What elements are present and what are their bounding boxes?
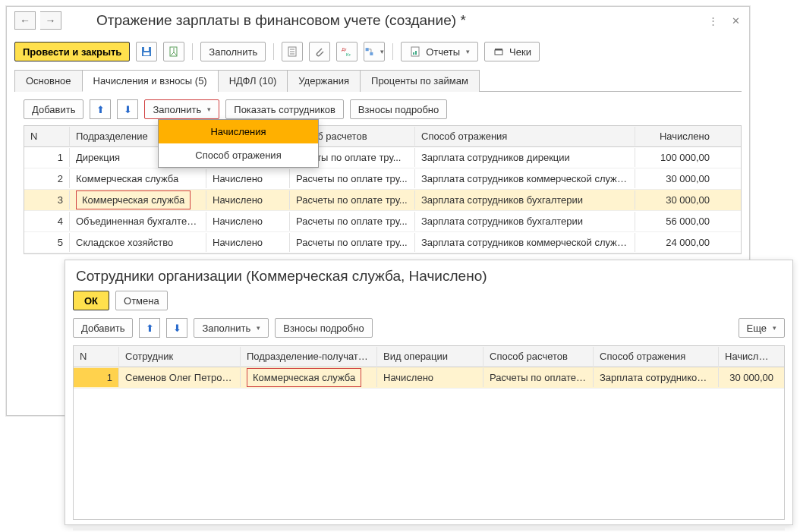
sub-move-down-button[interactable]: ⬇ — [166, 318, 187, 338]
cell-n: 5 — [24, 233, 70, 252]
toolbar-divider — [273, 43, 274, 60]
sub-action-bar: ОК Отмена — [65, 291, 792, 318]
svg-rect-16 — [495, 49, 502, 50]
sub-fill-label: Заполнить — [202, 323, 250, 334]
chevron-down-icon: ▾ — [257, 324, 260, 332]
dropdown-item-accruals[interactable]: Начисления — [159, 120, 318, 143]
add-button[interactable]: Добавить — [24, 99, 83, 119]
sub-move-up-button[interactable]: ⬆ — [139, 318, 160, 338]
col-reflection[interactable]: Способ отражения — [415, 127, 635, 146]
tabs: Основное Начисления и взносы (5) НДФЛ (1… — [14, 69, 742, 92]
tab-main[interactable]: Основное — [14, 70, 83, 92]
arrow-up-icon: ⬆ — [96, 104, 105, 115]
svg-rect-10 — [366, 48, 369, 51]
table-toolbar: Добавить ⬆ ⬇ Заполнить ▾ Показать сотруд… — [7, 92, 749, 125]
cell-op: Начислено — [206, 190, 290, 209]
tab-accruals[interactable]: Начисления и взносы (5) — [82, 70, 219, 92]
tab-deductions[interactable]: Удержания — [287, 70, 361, 92]
chevron-down-icon: ▾ — [380, 48, 384, 55]
toolbar-divider — [192, 43, 193, 60]
sub-col-reflection[interactable]: Способ отражения — [594, 347, 719, 366]
post-icon[interactable] — [163, 42, 184, 61]
move-down-button[interactable]: ⬇ — [117, 99, 138, 119]
cell-refl: Зарплата сотрудников дирекции — [415, 148, 635, 167]
svg-rect-15 — [495, 50, 502, 55]
sub-cell-calc: Расчеты по оплате ... — [483, 368, 594, 387]
kebab-menu-icon[interactable]: ⋮ — [707, 14, 719, 27]
sub-col-employee[interactable]: Сотрудник — [119, 347, 241, 366]
horizontal-scrollbar[interactable] — [73, 527, 785, 530]
cell-calc: Расчеты по оплате тру... — [290, 190, 415, 209]
toolbar-divider — [392, 43, 393, 60]
sub-cell-op: Начислено — [377, 368, 483, 387]
sub-col-op[interactable]: Вид операции — [377, 347, 483, 366]
sub-table-row[interactable]: 1 Семенов Олег Петрович Коммерческая слу… — [74, 367, 784, 389]
main-toolbar: Провести и закрыть Заполнить ДтКт ▾ Отче… — [7, 37, 749, 69]
checks-button[interactable]: Чеки — [484, 42, 540, 61]
structure-icon[interactable]: ▾ — [364, 42, 385, 61]
sub-fees-detailed-button[interactable]: Взносы подробно — [275, 318, 372, 338]
col-n[interactable]: N — [24, 127, 70, 146]
window-title: Отражение зарплаты в финансовом учете (с… — [96, 12, 702, 29]
show-employees-button[interactable]: Показать сотрудников — [225, 99, 344, 119]
cell-dept: Складское хозяйство — [70, 233, 206, 252]
cell-calc: Расчеты по оплате тру... — [290, 233, 415, 252]
cancel-button[interactable]: Отмена — [115, 291, 168, 310]
close-icon[interactable]: ✕ — [729, 14, 742, 27]
table-row[interactable]: 2 Коммерческая служба Начислено Расчеты … — [24, 168, 741, 190]
chevron-down-icon: ▾ — [207, 105, 211, 113]
sub-cell-sum: 30 000,00 — [719, 368, 780, 387]
col-accrued[interactable]: Начислено — [635, 127, 716, 146]
employees-window: Сотрудники организации (Коммерческая слу… — [65, 260, 793, 525]
nav-forward-button[interactable]: → — [40, 11, 61, 30]
post-and-close-button[interactable]: Провести и закрыть — [14, 42, 130, 61]
fill-label: Заполнить — [153, 104, 201, 115]
sub-cell-refl: Зарплата сотрудников ... — [594, 368, 719, 387]
chevron-down-icon: ▾ — [466, 48, 470, 55]
cell-calc: Расчеты по оплате тру... — [290, 169, 415, 188]
table-row[interactable]: 3 Коммерческая служба Начислено Расчеты … — [24, 190, 741, 211]
chevron-down-icon: ▾ — [773, 324, 776, 332]
sub-col-n[interactable]: N — [74, 347, 119, 366]
reports-button[interactable]: Отчеты ▾ — [401, 42, 478, 61]
more-button[interactable]: Еще ▾ — [739, 318, 785, 338]
sub-cell-dept: Коммерческая служба — [241, 368, 377, 387]
cell-sum: 56 000,00 — [635, 212, 716, 231]
tab-loan-interest[interactable]: Проценты по займам — [360, 70, 480, 92]
cell-calc: Расчеты по оплате тру... — [290, 212, 415, 231]
save-icon[interactable] — [136, 42, 157, 61]
svg-rect-14 — [415, 51, 417, 55]
sub-col-dept[interactable]: Подразделение-получатель — [241, 347, 377, 366]
sub-col-calc[interactable]: Способ расчетов — [483, 347, 594, 366]
cell-dept-highlighted: Коммерческая служба — [76, 190, 191, 209]
sub-col-accrued[interactable]: Начислено — [719, 347, 780, 366]
arrow-up-icon: ⬆ — [146, 323, 154, 334]
dtkt-icon[interactable]: ДтКт — [336, 42, 357, 61]
cell-n: 3 — [24, 190, 70, 209]
sub-fill-button[interactable]: Заполнить ▾ — [194, 318, 269, 338]
document-icon[interactable] — [282, 42, 303, 61]
cell-n: 2 — [24, 169, 70, 188]
svg-rect-11 — [370, 52, 373, 55]
sub-add-button[interactable]: Добавить — [73, 318, 133, 338]
fill-button[interactable]: Заполнить — [200, 42, 266, 61]
checks-label: Чеки — [509, 46, 531, 58]
tab-ndfl[interactable]: НДФЛ (10) — [218, 70, 288, 92]
more-label: Еще — [747, 323, 767, 334]
ok-button[interactable]: ОК — [73, 291, 109, 310]
move-up-button[interactable]: ⬆ — [90, 99, 111, 119]
table-row[interactable]: 4 Объединенная бухгалтерия Начислено Рас… — [24, 211, 741, 232]
table-row[interactable]: 5 Складское хозяйство Начислено Расчеты … — [24, 232, 741, 253]
attach-icon[interactable] — [309, 42, 330, 61]
fees-detailed-button[interactable]: Взносы подробно — [350, 99, 447, 119]
cell-sum: 100 000,00 — [635, 148, 716, 167]
nav-back-button[interactable]: ← — [14, 11, 36, 30]
svg-text:Дт: Дт — [342, 47, 347, 52]
table-row[interactable]: 1 Дирекция асчеты по оплате тру... Зарпл… — [24, 147, 741, 168]
titlebar: ← → Отражение зарплаты в финансовом учет… — [7, 7, 749, 37]
dropdown-item-reflection[interactable]: Способ отражения — [159, 143, 318, 167]
sub-table-header: N Сотрудник Подразделение-получатель Вид… — [74, 346, 784, 367]
cell-dept: Объединенная бухгалтерия — [70, 212, 206, 231]
fill-dropdown-button[interactable]: Заполнить ▾ — [144, 99, 219, 119]
cell-dept: Коммерческая служба — [70, 169, 206, 188]
